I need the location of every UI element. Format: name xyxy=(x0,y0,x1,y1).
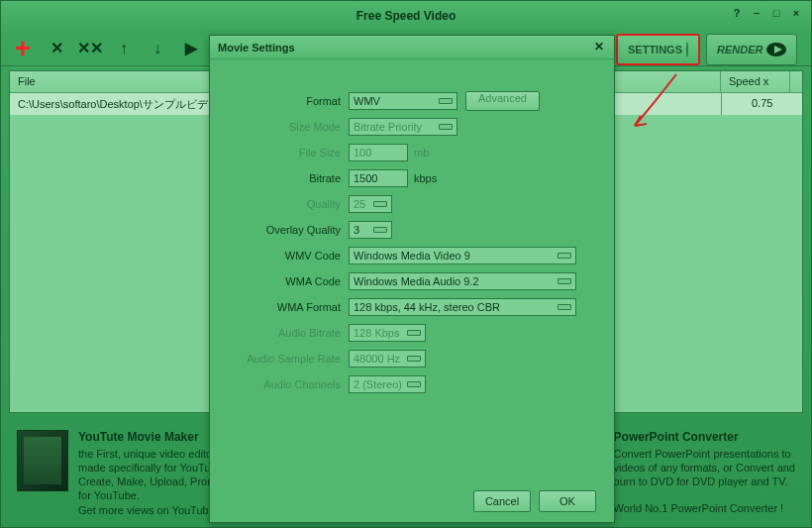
wmacode-label: WMA Code xyxy=(230,275,349,287)
wmacode-select[interactable]: Windows Media Audio 9.2 xyxy=(349,272,576,290)
wmaformat-select[interactable]: 128 kbps, 44 kHz, stereo CBR xyxy=(349,298,576,316)
overlayq-label: Overlay Quality xyxy=(230,224,349,236)
add-button[interactable]: + xyxy=(13,39,33,58)
maximize-icon[interactable]: □ xyxy=(769,7,783,19)
advanced-button: Advanced xyxy=(465,91,540,111)
filesize-label: File Size xyxy=(230,147,349,158)
settings-button[interactable]: SETTINGS xyxy=(616,34,700,65)
promo-1-image xyxy=(17,430,68,491)
remove-all-button[interactable]: ✕✕ xyxy=(80,39,100,58)
titlebar: Free Speed Video ? – □ × xyxy=(1,1,811,31)
dialog-close-icon[interactable]: ✕ xyxy=(594,40,608,53)
audiobitrate-select: 128 Kbps xyxy=(349,324,426,342)
movie-settings-dialog: Movie Settings ✕ Format WMV Advanced Siz… xyxy=(209,35,615,523)
audiobitrate-label: Audio Bitrate xyxy=(230,327,349,339)
wmvcode-select[interactable]: Windows Media Video 9 xyxy=(349,247,576,264)
close-icon[interactable]: × xyxy=(789,7,803,19)
ok-button[interactable]: OK xyxy=(539,490,596,512)
audiochannels-select: 2 (Stereo) xyxy=(349,375,426,393)
remove-button[interactable]: ✕ xyxy=(47,39,66,58)
wmvcode-label: WMV Code xyxy=(230,250,349,262)
col-speedx[interactable]: Speed x xyxy=(721,71,790,92)
audiochannels-label: Audio Channels xyxy=(230,378,349,390)
bitrate-input[interactable] xyxy=(349,169,408,187)
sizemode-label: Size Mode xyxy=(230,121,349,133)
gear-icon xyxy=(686,42,688,57)
wmaformat-label: WMA Format xyxy=(230,301,349,313)
audiosample-label: Audio Sample Rate xyxy=(230,353,349,365)
sizemode-select: Bitrate Priority xyxy=(349,118,457,136)
filesize-input xyxy=(349,144,408,161)
quality-select: 25 xyxy=(349,195,392,213)
quality-label: Quality xyxy=(230,198,349,210)
render-icon xyxy=(766,43,786,56)
help-icon[interactable]: ? xyxy=(730,7,744,19)
dialog-titlebar: Movie Settings ✕ xyxy=(210,36,614,59)
bitrate-label: Bitrate xyxy=(230,172,349,184)
move-up-button[interactable]: ↑ xyxy=(114,39,134,58)
render-button[interactable]: RENDER xyxy=(706,34,797,65)
minimize-icon[interactable]: – xyxy=(750,7,763,19)
overlayq-select[interactable]: 3 xyxy=(349,221,392,239)
main-window: Free Speed Video ? – □ × + ✕ ✕✕ ↑ ↓ ▶ SE… xyxy=(0,0,812,528)
play-button[interactable]: ▶ xyxy=(181,39,201,58)
format-select[interactable]: WMV xyxy=(349,92,457,110)
window-title: Free Speed Video xyxy=(356,9,456,23)
cancel-button[interactable]: Cancel xyxy=(473,490,531,512)
format-label: Format xyxy=(230,95,349,107)
move-down-button[interactable]: ↓ xyxy=(148,39,167,58)
audiosample-select: 48000 Hz xyxy=(349,350,426,368)
